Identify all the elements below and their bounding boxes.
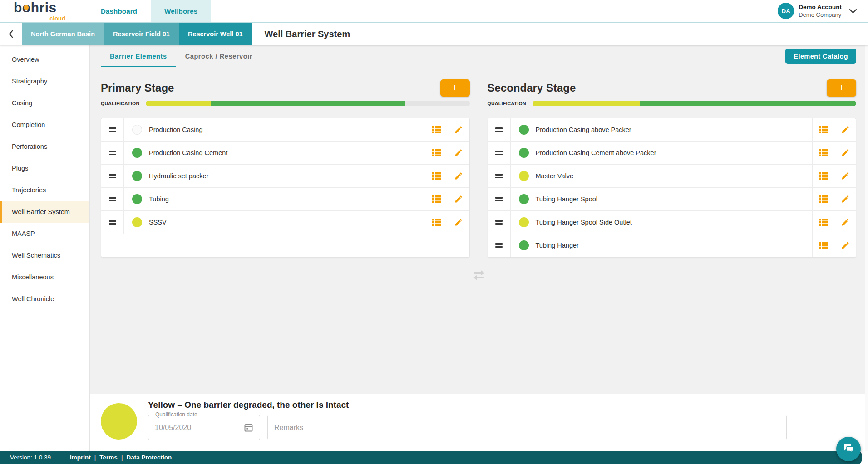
- drag-handle[interactable]: [101, 118, 124, 141]
- footer-link[interactable]: Terms: [99, 454, 118, 461]
- drag-handle[interactable]: [488, 188, 511, 210]
- status-dot: [132, 171, 142, 181]
- element-details-button[interactable]: [812, 165, 834, 187]
- add-secondary-element-button[interactable]: +: [827, 79, 856, 97]
- top-bar: bohris .cloud DashboardWellbores DA Demo…: [0, 0, 868, 23]
- nav-item[interactable]: Dashboard: [87, 0, 151, 22]
- calendar-icon[interactable]: [244, 423, 253, 432]
- barrier-element-row: Tubing Hanger: [488, 234, 856, 257]
- element-details-button[interactable]: [426, 118, 448, 141]
- drag-handle[interactable]: [101, 165, 124, 187]
- element-name: Production Casing Cement: [149, 149, 227, 156]
- legend-title: Yellow – One barrier degraded, the other…: [148, 400, 868, 410]
- app-version: Version: 1.0.39: [10, 454, 51, 461]
- barrier-element-row: Tubing Hanger Spool: [488, 188, 856, 211]
- chat-button[interactable]: [836, 437, 861, 461]
- element-details-button[interactable]: [426, 188, 448, 210]
- drag-handle[interactable]: [101, 188, 124, 210]
- qualification-segment: [146, 101, 211, 106]
- element-edit-button[interactable]: [448, 188, 469, 210]
- tab-barrier-elements[interactable]: Barrier Elements: [101, 45, 176, 67]
- main-content: Barrier Elements Caprock / Reservoir Ele…: [89, 45, 868, 451]
- element-details-button[interactable]: [812, 142, 834, 164]
- scrollbar-track[interactable]: [865, 45, 868, 451]
- breadcrumb-item[interactable]: Reservoir Well 01: [179, 23, 252, 45]
- element-name: Production Casing Cement above Packer: [536, 149, 656, 156]
- primary-qualification-label: QUALIFICATION: [101, 101, 139, 106]
- sidebar-item[interactable]: Overview: [0, 49, 89, 70]
- back-button[interactable]: [0, 23, 22, 45]
- element-edit-button[interactable]: [834, 142, 856, 164]
- drag-handle[interactable]: [101, 142, 124, 164]
- legend-status-circle: [101, 403, 137, 440]
- status-dot: [519, 125, 529, 135]
- drag-handle[interactable]: [488, 165, 511, 187]
- barrier-element-row: Production Casing above Packer: [488, 118, 856, 142]
- drag-handle[interactable]: [488, 118, 511, 141]
- breadcrumb-item[interactable]: North German Basin: [22, 23, 104, 45]
- add-primary-element-button[interactable]: +: [440, 79, 470, 97]
- element-edit-button[interactable]: [834, 118, 856, 141]
- sidebar-item[interactable]: Stratigraphy: [0, 70, 89, 92]
- element-details-button[interactable]: [812, 118, 834, 141]
- sidebar-item[interactable]: Perforations: [0, 136, 89, 157]
- breadcrumb-bar: North German BasinReservoir Field 01Rese…: [0, 23, 868, 45]
- primary-elements-card: Production Casing Production Casing C: [101, 118, 470, 258]
- element-details-button[interactable]: [812, 188, 834, 210]
- qualification-segment: [640, 101, 856, 106]
- sidebar-item[interactable]: MAASP: [0, 223, 89, 244]
- element-edit-button[interactable]: [448, 165, 469, 187]
- element-name: Tubing Hanger Spool: [536, 195, 598, 203]
- page-title: Well Barrier System: [265, 23, 350, 45]
- sidebar-item[interactable]: Well Schematics: [0, 244, 89, 266]
- qualification-date-input[interactable]: [155, 424, 232, 432]
- element-catalog-button[interactable]: Element Catalog: [785, 49, 856, 64]
- sidebar-item[interactable]: Well Chronicle: [0, 288, 89, 310]
- chat-icon: [843, 443, 854, 455]
- sidebar-item[interactable]: Casing: [0, 92, 89, 114]
- element-edit-button[interactable]: [834, 188, 856, 210]
- sidebar-item[interactable]: Well Barrier System: [0, 201, 89, 223]
- element-name: Tubing: [149, 195, 169, 203]
- swap-stages-icon[interactable]: [470, 268, 488, 285]
- barrier-element-row: Hydraulic set packer: [101, 165, 469, 188]
- drag-handle[interactable]: [488, 211, 511, 234]
- sidebar-item[interactable]: Plugs: [0, 157, 89, 179]
- element-edit-button[interactable]: [448, 211, 469, 234]
- tab-caprock-reservoir[interactable]: Caprock / Reservoir: [176, 45, 261, 67]
- element-edit-button[interactable]: [448, 142, 469, 164]
- element-edit-button[interactable]: [448, 118, 469, 141]
- secondary-stage-section: Secondary Stage + QUALIFICATION Producti…: [488, 79, 857, 258]
- drag-handle[interactable]: [101, 211, 124, 234]
- drag-handle[interactable]: [488, 142, 511, 164]
- element-details-button[interactable]: [426, 211, 448, 234]
- footer-link[interactable]: Imprint: [70, 454, 91, 461]
- account-menu[interactable]: DA Demo Account Demo Company: [778, 0, 857, 22]
- barrier-element-row: Production Casing: [101, 118, 469, 142]
- qualification-segment: [405, 101, 470, 106]
- element-name: Hydraulic set packer: [149, 172, 208, 180]
- element-edit-button[interactable]: [834, 234, 856, 257]
- secondary-qualification-bar: [533, 101, 856, 106]
- drag-handle[interactable]: [488, 234, 511, 257]
- sidebar-item[interactable]: Completion: [0, 114, 89, 136]
- nav-item[interactable]: Wellbores: [151, 0, 211, 22]
- breadcrumb-item[interactable]: Reservoir Field 01: [104, 23, 179, 45]
- avatar[interactable]: DA: [778, 3, 794, 19]
- status-dot: [132, 194, 142, 204]
- sidebar-item[interactable]: Trajectories: [0, 179, 89, 201]
- remarks-input[interactable]: [274, 424, 780, 432]
- footer-link[interactable]: Data Protection: [126, 454, 172, 461]
- barrier-element-row: Production Casing Cement above Packer: [488, 142, 856, 165]
- element-edit-button[interactable]: [834, 165, 856, 187]
- element-details-button[interactable]: [426, 165, 448, 187]
- element-edit-button[interactable]: [834, 211, 856, 234]
- element-name: Tubing Hanger Spool Side Outlet: [536, 219, 632, 226]
- sidebar-item[interactable]: Miscellaneous: [0, 266, 89, 288]
- element-details-button[interactable]: [812, 234, 834, 257]
- primary-stage-title: Primary Stage: [101, 82, 174, 94]
- element-details-button[interactable]: [426, 142, 448, 164]
- chevron-down-icon[interactable]: [849, 8, 857, 14]
- element-details-button[interactable]: [812, 211, 834, 234]
- account-company: Demo Company: [799, 11, 842, 18]
